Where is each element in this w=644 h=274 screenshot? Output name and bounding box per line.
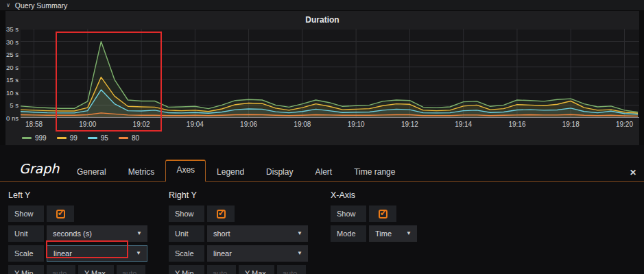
x-axis-mode-select[interactable]: Time ▼ — [369, 225, 417, 242]
x-tick-label: 19:06 — [234, 121, 264, 128]
x-tick-label: 19:12 — [394, 121, 425, 128]
duration-chart-plot[interactable] — [21, 29, 639, 118]
x-axis-mode-label: Mode — [331, 225, 366, 242]
section-x-axis: X-Axis Show ✓ Mode Time ▼ — [331, 190, 488, 245]
legend-swatch-icon — [119, 137, 128, 139]
panel-title[interactable]: Duration — [5, 15, 639, 25]
caret-down-icon: ▼ — [297, 245, 302, 262]
left-y-show-checkbox[interactable]: ✓ — [47, 206, 74, 222]
editor-panel-type: Graph — [19, 161, 59, 176]
chart-legend: 999999580 — [22, 134, 139, 142]
right-y-heading: Right Y — [169, 190, 326, 200]
x-axis-labels: 18:5819:0019:0219:0419:0619:0819:1019:12… — [21, 121, 639, 129]
duration-panel: Duration 0 ns5 s10 s15 s20 s25 s30 s35 s… — [5, 11, 639, 145]
left-y-unit-label: Unit — [8, 225, 44, 242]
checkbox-checked-icon: ✓ — [217, 210, 226, 219]
tab-alert[interactable]: Alert — [304, 162, 343, 181]
caret-down-icon: ▼ — [136, 225, 142, 242]
x-tick-label: 19:16 — [502, 121, 532, 128]
left-y-show-label: Show — [8, 206, 44, 222]
right-y-ymax-label: Y-Max — [239, 265, 274, 274]
left-y-heading: Left Y — [8, 190, 166, 200]
x-tick-label: 19:14 — [449, 121, 479, 128]
x-tick-label: 19:04 — [180, 121, 210, 128]
legend-label: 95 — [101, 134, 108, 142]
left-y-ymax-label: Y-Max — [78, 265, 114, 274]
y-tick-label: 5 s — [10, 101, 19, 109]
chevron-down-icon[interactable]: ∨ — [6, 3, 10, 8]
legend-swatch-icon — [22, 137, 32, 139]
y-tick-label: 15 s — [6, 76, 19, 84]
x-tick-label: 19:10 — [341, 121, 371, 128]
tab-time-range[interactable]: Time range — [343, 162, 406, 181]
left-y-ymin-input[interactable]: auto — [47, 265, 75, 274]
y-tick-label: 20 s — [6, 64, 19, 71]
caret-down-icon: ▼ — [406, 225, 412, 242]
x-tick-label: 18:58 — [19, 121, 49, 128]
left-y-ymin-label: Y-Min — [8, 265, 44, 274]
tab-metrics[interactable]: Metrics — [117, 162, 166, 181]
y-axis-labels: 0 ns5 s10 s15 s20 s25 s30 s35 s — [5, 29, 19, 118]
legend-item-999[interactable]: 999 — [22, 134, 47, 142]
x-axis-show-checkbox[interactable]: ✓ — [369, 206, 396, 222]
y-tick-label: 25 s — [6, 51, 19, 58]
right-y-ymin-input[interactable]: auto — [207, 265, 236, 274]
legend-label: 999 — [35, 134, 47, 142]
left-y-scale-label: Scale — [8, 245, 44, 262]
editor-header: Graph GeneralMetricsAxesLegendDisplayAle… — [0, 155, 644, 182]
section-left-y: Left Y Show ✓ Unit seconds (s) ▼ Scale l… — [8, 190, 166, 274]
legend-item-95[interactable]: 95 — [88, 134, 108, 142]
right-y-ymax-input[interactable]: auto — [277, 265, 306, 274]
right-y-ymin-label: Y-Min — [169, 265, 204, 274]
y-tick-label: 0 ns — [6, 114, 19, 122]
y-tick-label: 35 s — [6, 25, 19, 33]
x-tick-label: 19:20 — [609, 121, 639, 128]
legend-label: 99 — [70, 134, 77, 142]
x-axis-show-label: Show — [331, 206, 366, 222]
right-y-show-checkbox[interactable]: ✓ — [207, 206, 235, 222]
legend-swatch-icon — [57, 137, 67, 139]
legend-swatch-icon — [88, 137, 97, 139]
tab-general[interactable]: General — [66, 162, 117, 181]
tab-display[interactable]: Display — [255, 162, 304, 181]
legend-item-99[interactable]: 99 — [57, 134, 77, 142]
close-icon[interactable]: ✕ — [630, 169, 636, 177]
caret-down-icon: ▼ — [136, 246, 141, 261]
tab-bar: GeneralMetricsAxesLegendDisplayAlertTime… — [66, 155, 406, 182]
section-right-y: Right Y Show ✓ Unit short ▼ Scale linear… — [169, 190, 326, 274]
left-y-ymax-input[interactable]: auto — [117, 265, 145, 274]
duration-chart[interactable] — [21, 29, 639, 118]
x-tick-label: 19:00 — [73, 121, 103, 128]
row-title[interactable]: Query Summary — [15, 1, 67, 10]
tab-legend[interactable]: Legend — [206, 162, 255, 181]
right-y-scale-label: Scale — [169, 245, 204, 262]
legend-item-80[interactable]: 80 — [119, 134, 139, 142]
right-y-scale-select[interactable]: linear ▼ — [207, 245, 308, 262]
x-tick-label: 19:08 — [287, 121, 318, 128]
checkbox-checked-icon: ✓ — [379, 210, 387, 219]
x-tick-label: 19:18 — [556, 121, 586, 128]
x-axis-heading: X-Axis — [331, 190, 488, 200]
tab-axes[interactable]: Axes — [165, 160, 206, 182]
right-y-unit-label: Unit — [169, 225, 204, 242]
right-y-show-label: Show — [169, 206, 204, 222]
right-y-unit-select[interactable]: short ▼ — [207, 225, 308, 242]
caret-down-icon: ▼ — [297, 225, 302, 242]
panel-editor: Graph GeneralMetricsAxesLegendDisplayAle… — [0, 145, 644, 274]
left-y-unit-select[interactable]: seconds (s) ▼ — [47, 225, 147, 242]
left-y-scale-select[interactable]: linear ▼ — [47, 245, 147, 262]
y-tick-label: 30 s — [6, 38, 19, 46]
x-tick-label: 19:02 — [126, 121, 156, 128]
dashboard-row-header: ∨ Query Summary — [0, 0, 644, 10]
legend-label: 80 — [132, 134, 139, 142]
checkbox-checked-icon: ✓ — [56, 210, 65, 219]
y-tick-label: 10 s — [6, 89, 19, 97]
